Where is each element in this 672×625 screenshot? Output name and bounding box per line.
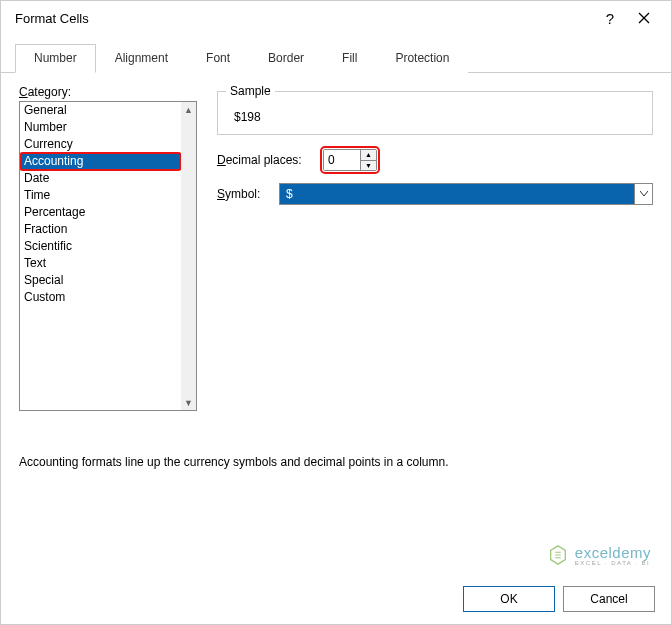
sample-title: Sample [226, 84, 275, 98]
sample-value: $198 [230, 110, 640, 124]
category-listbox[interactable]: General Number Currency Accounting Date … [19, 101, 197, 411]
dialog-footer: OK Cancel [463, 586, 655, 612]
list-item[interactable]: Date [20, 170, 181, 187]
tab-fill[interactable]: Fill [323, 44, 376, 73]
window-title: Format Cells [15, 11, 593, 26]
watermark: exceldemy EXCEL · DATA · BI [547, 544, 651, 566]
list-item[interactable]: Number [20, 119, 181, 136]
titlebar: Format Cells ? [1, 1, 671, 35]
symbol-row: Symbol: $ [217, 183, 653, 205]
tab-number[interactable]: Number [15, 44, 96, 73]
tab-font[interactable]: Font [187, 44, 249, 73]
close-button[interactable] [627, 4, 661, 32]
decimal-places-spinner[interactable]: ▲ ▼ [323, 149, 377, 171]
spinner-up-button[interactable]: ▲ [361, 150, 376, 161]
format-description: Accounting formats line up the currency … [19, 455, 653, 469]
chevron-down-icon [640, 191, 648, 197]
symbol-select[interactable]: $ [279, 183, 653, 205]
watermark-icon [547, 544, 569, 566]
list-item[interactable]: Special [20, 272, 181, 289]
list-item[interactable]: Custom [20, 289, 181, 306]
tab-bar: Number Alignment Font Border Fill Protec… [1, 43, 671, 73]
settings-column: Sample $198 Decimal places: ▲ ▼ Symbol: … [217, 85, 653, 411]
tab-border[interactable]: Border [249, 44, 323, 73]
list-item[interactable]: Currency [20, 136, 181, 153]
cancel-button[interactable]: Cancel [563, 586, 655, 612]
ok-button[interactable]: OK [463, 586, 555, 612]
category-label: Category: [19, 85, 197, 99]
symbol-dropdown-button[interactable] [634, 184, 652, 204]
spinner-down-button[interactable]: ▼ [361, 161, 376, 171]
list-item[interactable]: Text [20, 255, 181, 272]
content-area: Category: General Number Currency Accoun… [1, 73, 671, 415]
list-item-selected[interactable]: Accounting [20, 153, 181, 170]
tab-alignment[interactable]: Alignment [96, 44, 187, 73]
close-icon [638, 12, 650, 24]
symbol-label: Symbol: [217, 187, 269, 201]
tab-protection[interactable]: Protection [376, 44, 468, 73]
list-item[interactable]: Fraction [20, 221, 181, 238]
scroll-up-icon[interactable]: ▲ [181, 102, 196, 117]
decimal-places-label: Decimal places: [217, 153, 313, 167]
scroll-down-icon[interactable]: ▼ [181, 395, 196, 410]
help-button[interactable]: ? [593, 4, 627, 32]
watermark-sub: EXCEL · DATA · BI [575, 560, 651, 566]
decimal-places-row: Decimal places: ▲ ▼ [217, 149, 653, 171]
list-item[interactable]: General [20, 102, 181, 119]
list-item[interactable]: Scientific [20, 238, 181, 255]
list-item[interactable]: Percentage [20, 204, 181, 221]
watermark-brand: exceldemy [575, 545, 651, 560]
list-item[interactable]: Time [20, 187, 181, 204]
decimal-places-input[interactable] [324, 150, 360, 170]
listbox-scrollbar[interactable]: ▲ ▼ [181, 102, 196, 410]
sample-group: Sample $198 [217, 91, 653, 135]
symbol-value: $ [280, 184, 634, 204]
category-column: Category: General Number Currency Accoun… [19, 85, 197, 411]
